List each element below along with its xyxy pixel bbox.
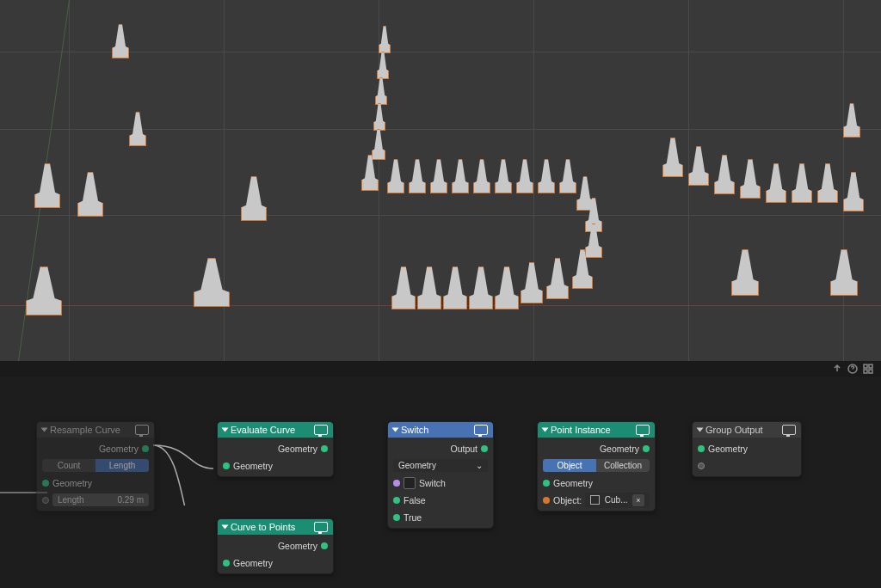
node-switch[interactable]: Switch Output Geometry⌄ Switch False Tru… [387, 421, 494, 529]
collapse-icon[interactable] [222, 525, 229, 530]
node-header[interactable]: Group Output [693, 422, 801, 438]
true-input-socket[interactable] [393, 514, 400, 521]
collapse-icon[interactable] [542, 428, 549, 432]
node-title: Group Output [705, 425, 763, 435]
type-dropdown[interactable]: Geometry⌄ [393, 459, 488, 472]
node-header[interactable]: Resample Curve [37, 422, 154, 438]
instance-mode-toggle[interactable]: ObjectCollection [543, 459, 650, 472]
geometry-input-socket[interactable] [223, 560, 230, 567]
socket-label: Output [450, 444, 477, 454]
node-editor[interactable]: Resample Curve Geometry CountLength Geom… [0, 377, 881, 588]
node-title: Resample Curve [50, 425, 120, 435]
geometry-output-socket[interactable] [321, 542, 328, 549]
preview-icon[interactable] [314, 425, 328, 435]
empty-input-socket[interactable] [698, 462, 705, 469]
float-input-socket[interactable] [42, 497, 49, 504]
preview-icon[interactable] [782, 425, 796, 435]
circle-help-icon[interactable] [847, 363, 859, 375]
node-point-instance[interactable]: Point Instance Geometry ObjectCollection… [537, 421, 656, 511]
false-input-socket[interactable] [393, 497, 400, 504]
geometry-output-socket[interactable] [321, 445, 328, 452]
node-title: Evaluate Curve [231, 425, 295, 435]
geometry-output-socket[interactable] [142, 445, 149, 452]
node-header[interactable]: Evaluate Curve [218, 422, 333, 438]
viewport-3d[interactable] [0, 0, 881, 361]
collapse-icon[interactable] [392, 428, 399, 432]
socket-label: Geometry [233, 558, 273, 568]
geometry-input-socket[interactable] [543, 480, 550, 487]
grid-snap-icon[interactable] [862, 363, 874, 375]
object-input-socket[interactable] [543, 497, 550, 504]
socket-label: Geometry [99, 444, 139, 454]
preview-icon[interactable] [135, 425, 149, 435]
socket-label: True [404, 512, 422, 523]
switch-checkbox[interactable] [404, 477, 416, 489]
svg-rect-1 [864, 364, 867, 368]
node-evaluate-curve[interactable]: Evaluate Curve Geometry Geometry [217, 421, 334, 477]
node-title: Curve to Points [231, 522, 295, 532]
arrow-up-icon[interactable] [831, 363, 843, 375]
preview-icon[interactable] [474, 425, 488, 435]
node-header[interactable]: Point Instance [538, 422, 655, 438]
preview-icon[interactable] [636, 425, 650, 435]
node-resample-curve[interactable]: Resample Curve Geometry CountLength Geom… [36, 421, 155, 511]
collapse-icon[interactable] [222, 428, 229, 432]
collapse-icon[interactable] [41, 428, 48, 432]
geometry-input-socket[interactable] [223, 462, 230, 469]
svg-rect-4 [869, 370, 872, 373]
node-header[interactable]: Curve to Points [218, 519, 333, 535]
chevron-down-icon: ⌄ [476, 461, 483, 470]
socket-label: Geometry [708, 444, 748, 454]
length-field[interactable]: Length0.29 m [52, 493, 149, 506]
svg-rect-3 [864, 370, 867, 373]
collapse-icon[interactable] [697, 428, 704, 432]
bool-input-socket[interactable] [393, 480, 400, 487]
clear-icon[interactable]: × [632, 494, 644, 506]
object-icon [590, 495, 600, 505]
node-title: Switch [401, 425, 428, 435]
node-group-output[interactable]: Group Output Geometry [692, 421, 802, 477]
svg-rect-2 [869, 364, 872, 368]
object-picker[interactable]: Cub...× [585, 493, 650, 508]
preview-icon[interactable] [314, 522, 328, 532]
socket-label: Geometry [600, 444, 639, 454]
socket-label: Geometry [52, 478, 92, 488]
geometry-input-socket[interactable] [698, 445, 705, 452]
socket-label: Geometry [278, 541, 317, 551]
geometry-input-socket[interactable] [42, 480, 49, 487]
mode-toggle[interactable]: CountLength [42, 459, 149, 472]
socket-label: Object: [553, 495, 582, 505]
socket-label: Geometry [233, 461, 273, 471]
socket-label: Geometry [553, 478, 593, 488]
output-socket[interactable] [481, 445, 488, 452]
geometry-output-socket[interactable] [643, 445, 650, 452]
node-curve-to-points[interactable]: Curve to Points Geometry Geometry [217, 518, 334, 574]
node-title: Point Instance [551, 425, 611, 435]
node-header[interactable]: Switch [388, 422, 493, 438]
socket-label: Geometry [278, 444, 317, 454]
socket-label: Switch [419, 478, 446, 488]
socket-label: False [404, 495, 426, 505]
editor-header [0, 361, 881, 377]
